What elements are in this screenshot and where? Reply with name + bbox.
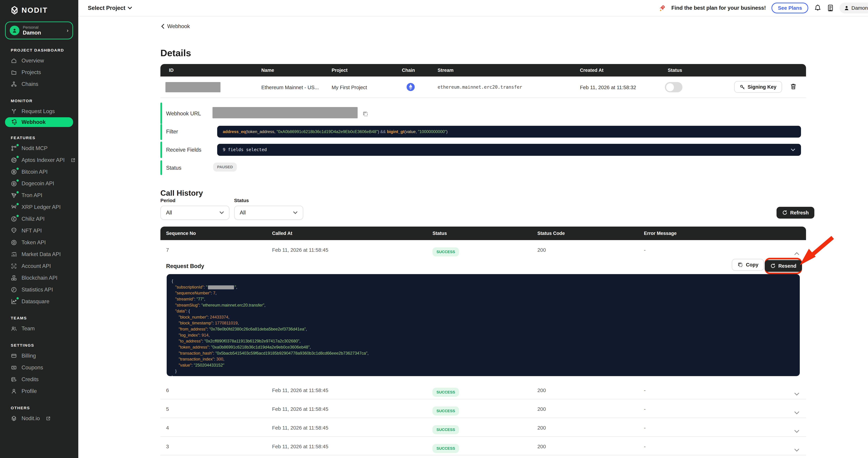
main-content: Webhook Details ID Name Project Chain St… (78, 17, 868, 458)
dogecoin-icon (11, 181, 17, 187)
folder-icon (11, 69, 17, 76)
success-badge: SUCCESS (432, 248, 459, 256)
team-icon (11, 325, 17, 332)
resend-button[interactable]: Resend (765, 260, 802, 272)
call-history-row[interactable]: 3 Feb 11, 2026 at 11:58:45 SUCCESS 200 - (160, 437, 806, 456)
signing-key-button[interactable]: Signing Key (734, 81, 782, 93)
chevron-down-icon[interactable] (794, 387, 799, 398)
account-switcher[interactable]: Personal Damon › (5, 22, 73, 39)
status-badge: PAUSED (213, 163, 237, 171)
status-dot (17, 168, 19, 170)
sidebar-item-datasquare[interactable]: Datasquare (0, 296, 78, 307)
sidebar-item-profile[interactable]: Profile (0, 385, 78, 397)
copy-url-icon[interactable] (362, 109, 369, 119)
sidebar-item-team[interactable]: Team (0, 323, 78, 334)
call-history-row[interactable]: 7 Feb 11, 2026 at 11:58:45 SUCCESS 200 - (160, 240, 806, 260)
refresh-icon (770, 263, 775, 268)
chevron-down-icon[interactable] (794, 406, 799, 417)
call-history-row[interactable]: 5 Feb 11, 2026 at 11:58:45 SUCCESS 200 - (160, 399, 806, 418)
sidebar-item-chains[interactable]: Chains (0, 78, 78, 90)
mcp-icon (11, 145, 17, 152)
sidebar-item-account-api[interactable]: Account API (0, 260, 78, 272)
refresh-icon (782, 210, 787, 215)
sidebar-item-blockchain-api[interactable]: Blockchain API (0, 272, 78, 284)
created-at-value: Feb 11, 2026 at 11:58:32 (580, 85, 636, 90)
details-table-header: ID Name Project Chain Stream Created At … (160, 64, 806, 76)
sidebar-item-overview[interactable]: Overview (0, 55, 78, 67)
chevron-left-icon (161, 24, 164, 29)
delete-webhook-icon[interactable] (790, 81, 797, 92)
status-dot (17, 179, 19, 182)
history-status-select[interactable]: All (234, 205, 303, 220)
receive-fields-label: Receive Fields (166, 147, 202, 153)
sidebar-item-chiliz-api[interactable]: Chiliz API (0, 213, 78, 225)
sidebar-item-dogecoin-api[interactable]: Dogecoin API (0, 178, 78, 190)
chevron-down-icon[interactable] (794, 425, 799, 435)
nodit-dashboard: NODIT Personal Damon › PROJECT DASHBOARD… (0, 0, 868, 458)
sidebar-item-coupons[interactable]: Coupons (0, 362, 78, 373)
sidebar: NODIT Personal Damon › PROJECT DASHBOARD… (0, 0, 78, 458)
webhook-status-toggle[interactable] (665, 82, 682, 92)
success-badge: SUCCESS (432, 406, 459, 416)
call-history-row[interactable]: 4 Feb 11, 2026 at 11:58:45 SUCCESS 200 - (160, 418, 806, 437)
refresh-button[interactable]: Refresh (776, 207, 814, 219)
request-body-panel: Request Body Copy Resend { "subscription… (160, 260, 806, 381)
nodit-logo[interactable]: NODIT (0, 0, 78, 15)
sidebar-item-bitcoin-api[interactable]: Bitcoin API (0, 166, 78, 178)
user-icon (844, 5, 849, 10)
sidebar-item-statistics-api[interactable]: Statistics API (0, 284, 78, 296)
filter-expression: address_eq(token_address, "0xA0b86991c62… (217, 126, 801, 138)
resend-highlight-ring: Resend (765, 258, 802, 274)
chains-icon (11, 81, 17, 87)
select-project-dropdown[interactable]: Select Project (88, 5, 132, 11)
token-icon (11, 239, 17, 246)
sidebar-item-nodit-mcp[interactable]: Nodit MCP (0, 142, 78, 154)
chevron-down-icon (791, 148, 795, 152)
breadcrumb[interactable]: Webhook (161, 23, 190, 30)
status-dot (17, 297, 19, 299)
sidebar-item-credits[interactable]: Credits (0, 373, 78, 385)
aptos-icon (11, 157, 17, 163)
sidebar-item-billing[interactable]: Billing (0, 350, 78, 362)
bitcoin-icon (11, 169, 17, 175)
receive-fields-select[interactable]: 9 fields selected (217, 144, 801, 156)
call-history-row[interactable]: 6 Feb 11, 2026 at 11:58:45 SUCCESS 200 - (160, 381, 806, 399)
webhook-name: Ethereum Mainnet - US... (261, 85, 319, 90)
promo-text: Find the best plan for your business! (671, 5, 766, 11)
webhook-details-row: Ethereum Mainnet - US... My First Projec… (160, 76, 806, 98)
status-dot (17, 203, 19, 205)
sidebar-item-tron-api[interactable]: Tron API (0, 190, 78, 201)
request-body-json: { "subscriptionId": "", "sequenceNumber"… (167, 274, 800, 376)
chevron-down-icon (293, 211, 298, 215)
notification-bell-icon[interactable] (814, 4, 821, 12)
period-select[interactable]: All (160, 205, 229, 220)
sidebar-item-aptos-indexer-api[interactable]: Aptos Indexer API (0, 154, 78, 166)
sidebar-item-nft-api[interactable]: NFT API (0, 225, 78, 237)
sidebar-item-market-data-api[interactable]: Market Data API (0, 249, 78, 260)
sidebar-item-nodit-io[interactable]: Nodit.io (0, 413, 78, 424)
status-dot (17, 191, 19, 193)
logo-wordmark: NODIT (22, 6, 48, 14)
ethereum-chain-icon (406, 83, 415, 93)
avatar (10, 26, 20, 35)
account-api-icon (11, 263, 17, 269)
sidebar-item-request-logs[interactable]: Request Logs (0, 105, 78, 117)
chevron-down-icon[interactable] (794, 444, 799, 454)
page-title: Details (160, 47, 191, 58)
redacted-webhook-url (213, 107, 358, 118)
history-status-label: Status (234, 198, 249, 203)
sidebar-item-token-api[interactable]: Token API (0, 237, 78, 249)
user-menu[interactable]: Damon (840, 3, 868, 13)
sidebar-item-webhook[interactable]: Webhook (5, 117, 73, 127)
blockchain-icon (11, 275, 17, 281)
sidebar-item-projects[interactable]: Projects (0, 67, 78, 78)
user-name: Damon (851, 5, 868, 11)
chevron-up-icon[interactable] (794, 247, 799, 257)
changelog-icon[interactable] (827, 4, 834, 12)
copy-icon (738, 262, 743, 268)
sidebar-item-xrp-ledger-api[interactable]: XRP Ledger API (0, 201, 78, 213)
statistics-icon (11, 287, 17, 293)
tron-icon (11, 192, 17, 198)
see-plans-button[interactable]: See Plans (772, 3, 808, 13)
copy-body-button[interactable]: Copy (732, 259, 764, 271)
